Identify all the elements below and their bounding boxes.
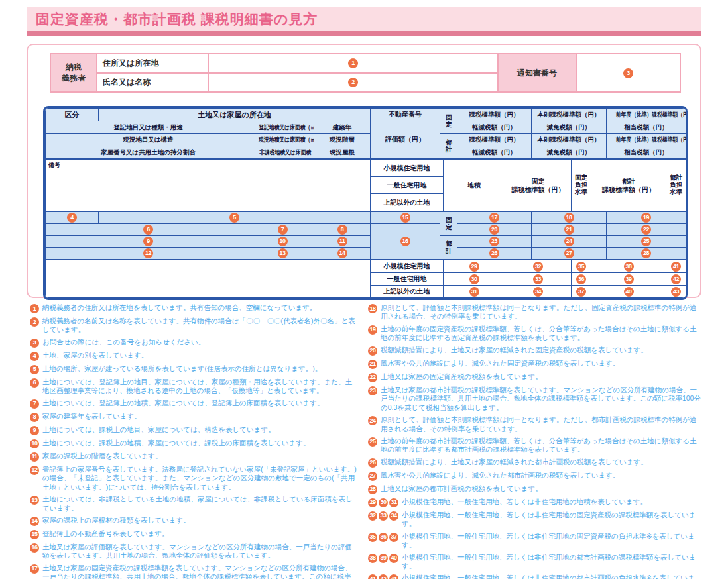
- note-number-group: 20: [368, 346, 377, 356]
- notice-number-label-cell: 通知書番号: [498, 54, 576, 92]
- statement-landuse-section: 小規模住宅用地 29 32 35 38 41 一般住宅用地 30 33 36 3…: [45, 260, 686, 298]
- marker-13: 13: [278, 248, 288, 258]
- note-item: 23 土地又は家屋の都市計画税の課税標準額を表しています。マンションなどの区分所…: [368, 386, 701, 412]
- header-row-4: 家屋番号又は共用土地の持分割合 非課税地積又は床面積（㎡） 現況屋根 軽減税額（…: [46, 146, 686, 159]
- marker-row-3: 9 10 11 都計 23 24 25: [46, 236, 686, 248]
- marker-35: 35: [576, 262, 586, 272]
- note-text: 土地については、課税上の地目、家屋については、構造を表しています。: [42, 425, 357, 434]
- note-text: 小規模住宅用地、一般住宅用地、若しくは非住宅用地の固定資産税の課税標準額を表して…: [402, 511, 701, 529]
- taxpayer-label-cell: 納税 義務者: [50, 54, 97, 92]
- col-header-honsoku-1: 本則課税標準額（円）: [532, 109, 607, 121]
- note-text: 家屋の課税上の階層を表しています。: [42, 452, 357, 460]
- marker-cell-34: 34: [505, 286, 572, 298]
- col-header-kenchiku: 建築年: [314, 121, 371, 134]
- note-number-group: 17: [30, 564, 39, 574]
- note-number-group: 10: [30, 439, 39, 448]
- col-header-genkyo-chiseki: 現況地積又は床面積（㎡）: [251, 134, 314, 146]
- marker-cell-22: 22: [607, 224, 686, 236]
- note-number-group: 21: [368, 359, 377, 369]
- taxpayer-table: 納税 義務者 住所又は所在地 1 通知書番号 3 氏名又は名称 2: [50, 53, 681, 93]
- taxpayer-row-address: 納税 義務者 住所又は所在地 1 通知書番号 3: [50, 54, 680, 73]
- note-number-badge: 28: [368, 485, 377, 494]
- note-number-group: 14: [30, 516, 39, 526]
- note-number-group: 22: [368, 372, 377, 382]
- note-number-group: 2: [30, 317, 39, 327]
- remarks-row-1: 備考 小規模住宅用地 地積 固定 課税標準額（円） 固定負担水準 都計 課税標準…: [46, 160, 686, 177]
- note-item: 323334 小規模住宅用地、一般住宅用地、若しくは非住宅用地の固定資産税の課税…: [368, 511, 701, 529]
- note-number-badge: 41: [368, 574, 377, 579]
- marker-cell-20: 20: [457, 224, 532, 236]
- marker-cell-15: 15: [371, 212, 440, 224]
- note-item: 5 土地の場所、家屋が建っている場所を表しています(住居表示の住所とは異なります…: [30, 364, 357, 374]
- landuse-header-ippan: 一般住宅用地: [371, 177, 444, 194]
- note-number-badge: 1: [30, 304, 39, 313]
- note-number-badge: 27: [368, 472, 377, 481]
- note-number-badge: 2: [30, 317, 39, 327]
- marker-30: 30: [469, 274, 479, 284]
- landuse-row-shokibo: 小規模住宅用地 29 32 35 38 41: [46, 260, 686, 273]
- note-item: 25 土地の前年度の都市計画税の課税標準額、若しくは、分合筆等があった場合はその…: [368, 437, 701, 454]
- note-item: 27 風水害や公共的施設により、減免された都市計画税の税額を表しています。: [368, 471, 701, 481]
- marker-cell-37: 37: [572, 286, 591, 298]
- note-number-badge: 4: [30, 352, 39, 361]
- marker-cell-29: 29: [444, 260, 505, 273]
- col-header-zennendo-1: 前年度（比準）課税標準額（円）: [607, 109, 686, 121]
- marker-27: 27: [564, 248, 574, 258]
- note-item: 15 登記簿上の不動産番号を表しています。: [30, 529, 357, 539]
- marker-28: 28: [641, 248, 651, 258]
- note-item: 11 家屋の課税上の階層を表しています。: [30, 452, 357, 462]
- note-item: 22 土地又は家屋の固定資産税の税額を表しています。: [368, 372, 701, 382]
- col-header-toki-chiseki: 登記地積又は床面積（㎡）: [251, 121, 314, 134]
- col-header-soto-2: 相当税額（円）: [607, 146, 686, 159]
- note-text: 土地又は家屋の固定資産税の課税標準額を表しています。マンションなどの区分所有建物…: [42, 564, 357, 579]
- marker-14: 14: [337, 248, 347, 258]
- note-number-group: 293031: [368, 498, 398, 507]
- row-label-tokei: 都計: [440, 236, 457, 260]
- col-header-hikazei: 非課税地積又は床面積（㎡）: [251, 146, 314, 159]
- marker-cell-43: 43: [666, 286, 686, 298]
- statement-remarks-section: 備考 小規模住宅用地 地積 固定 課税標準額（円） 固定負担水準 都計 課税標準…: [45, 159, 686, 211]
- marker-43: 43: [671, 287, 681, 297]
- note-number-badge: 22: [368, 373, 377, 382]
- marker-33: 33: [533, 274, 543, 284]
- note-item: 3 お問合せの際には、この番号をお知らせください。: [30, 338, 357, 348]
- marker-17: 17: [489, 213, 499, 223]
- note-item: 1 納税義務者の住所又は所在地を表しています。共有告知の場合、空欄になっています…: [30, 303, 357, 313]
- sample-document-box: 納税 義務者 住所又は所在地 1 通知書番号 3 氏名又は名称 2 区分 土地又…: [27, 44, 701, 298]
- note-text: お問合せの際には、この番号をお知らせください。: [42, 338, 357, 346]
- note-item: 10 土地については、課税上の地積、家屋については、課税上の床面積を表しています…: [30, 439, 357, 448]
- note-number-group: 3: [30, 338, 39, 348]
- marker-cell-21: 21: [532, 224, 607, 236]
- note-item: 7 土地については、登記簿上の地積、家屋については、登記簿上の床面積を表していま…: [30, 399, 357, 409]
- marker-25: 25: [641, 237, 651, 246]
- note-text: 登記簿上の家屋番号を表しています。法務局に登記されていない家屋(「未登記家屋」と…: [42, 465, 357, 492]
- note-item: 13 土地については、非課税としている土地の地積、家屋については、非課税としてい…: [30, 495, 357, 513]
- marker-cell-27: 27: [532, 248, 607, 260]
- marker-37: 37: [576, 287, 586, 297]
- note-item: 383940 小規模住宅用地、一般住宅用地、若しくは非住宅用地の都市計画税の課税…: [368, 553, 701, 571]
- note-number-badge: 42: [379, 574, 388, 579]
- marker-42: 42: [671, 274, 681, 284]
- marker-3: 3: [623, 68, 633, 78]
- note-text: 土地又は家屋の評価額を表しています。マンションなどの区分所有建物の場合、一戸当た…: [42, 543, 357, 560]
- marker-8: 8: [337, 225, 347, 235]
- note-text: 家屋の建築年を表しています。: [42, 412, 357, 421]
- marker-cell-24: 24: [532, 236, 607, 248]
- title-underline: [27, 31, 701, 36]
- landuse-blank-cell: [46, 260, 371, 298]
- note-number-group: 23: [368, 386, 377, 395]
- note-number-badge: 12: [30, 466, 39, 475]
- marker-cell-35: 35: [572, 260, 591, 273]
- marker-22: 22: [641, 225, 651, 235]
- marker-31: 31: [469, 287, 479, 297]
- marker-cell-16: 16: [371, 224, 440, 260]
- col-header-genmen-1: 減免税額（円）: [532, 121, 607, 134]
- note-number-badge: 17: [30, 564, 39, 574]
- note-number-badge: 24: [368, 416, 377, 425]
- note-number-badge: 6: [30, 378, 39, 388]
- note-text: 納税義務者の住所又は所在地を表しています。共有告知の場合、空欄になっています。: [42, 303, 357, 312]
- address-label-cell: 住所又は所在地: [97, 54, 208, 73]
- note-number-group: 16: [30, 543, 39, 553]
- col-header-fudosan: 不動産番号: [371, 109, 440, 121]
- header-row-2: 登記地目又は種類・用途 登記地積又は床面積（㎡） 建築年 評価額（円） 軽減税額…: [46, 121, 686, 134]
